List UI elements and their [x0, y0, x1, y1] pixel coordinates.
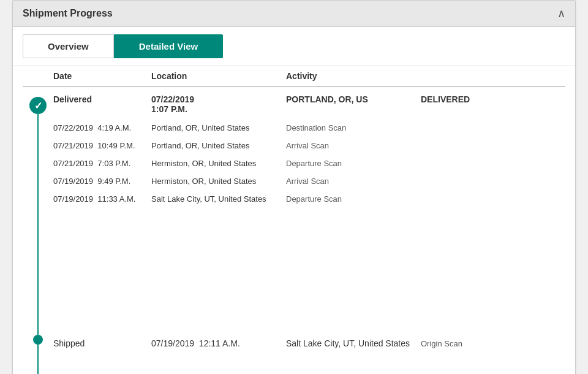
col-header-location: Location: [151, 71, 286, 81]
table-row: 07/21/2019 10:49 P.M. Portland, OR, Unit…: [53, 137, 565, 155]
table-row: 07/21/2019 7:03 P.M. Hermiston, OR, Unit…: [53, 155, 565, 172]
col-header-activity: Activity: [286, 71, 421, 81]
shipped-location: Salt Lake City, UT, United States: [286, 338, 421, 348]
subrow-location: Salt Lake City, UT, United States: [151, 194, 286, 204]
subrow-activity: Departure Scan: [286, 194, 421, 204]
subrow-date: 07/22/2019 4:19 A.M.: [53, 123, 151, 132]
table-row: 07/19/2019 11:33 A.M. Salt Lake City, UT…: [53, 190, 565, 208]
section-delivered: ✓ Delivered 07/22/2019 1:07 P.M. PORTL: [23, 87, 565, 335]
tab-overview[interactable]: Overview: [23, 34, 114, 58]
subrow-activity: Departure Scan: [286, 159, 421, 168]
col-header-date: Date: [53, 71, 151, 81]
panel-header: Shipment Progress ∧: [13, 1, 575, 27]
delivered-checkmark-icon: ✓: [29, 97, 47, 114]
delivered-status: Delivered: [53, 94, 151, 104]
delivered-location: PORTLAND, OR, US: [286, 94, 421, 104]
timeline-icon-delivered: ✓: [23, 87, 53, 335]
shipped-activity: Origin Scan: [421, 339, 565, 348]
shipment-panel: Shipment Progress ∧ Overview Detailed Vi…: [12, 0, 576, 374]
table-row: 07/19/2019 9:49 P.M. Hermiston, OR, Unit…: [53, 172, 565, 190]
delivered-content: Delivered 07/22/2019 1:07 P.M. PORTLAND,…: [53, 87, 565, 335]
shipped-content: Shipped 07/19/2019 12:11 A.M. Salt Lake …: [53, 335, 565, 374]
section-shipped: Shipped 07/19/2019 12:11 A.M. Salt Lake …: [23, 335, 565, 374]
subrow-date: 07/19/2019 9:49 P.M.: [53, 177, 151, 186]
subrow-activity: Destination Scan: [286, 123, 421, 132]
subrow-location: Hermiston, OR, United States: [151, 159, 286, 168]
shipped-dot-icon: [33, 335, 43, 345]
subrow-activity: Arrival Scan: [286, 177, 421, 186]
subrow-date: 07/19/2019 11:33 A.M.: [53, 194, 151, 204]
content-area: Date Location Activity ✓: [13, 66, 575, 374]
delivered-subrows: 07/22/2019 4:19 A.M. Portland, OR, Unite…: [53, 119, 565, 208]
table-row: 07/22/2019 4:19 A.M. Portland, OR, Unite…: [53, 119, 565, 137]
shipped-status: Shipped: [53, 338, 151, 348]
timeline-icon-shipped: [23, 335, 53, 374]
tab-detailed-view[interactable]: Detailed View: [114, 34, 223, 58]
tab-bar: Overview Detailed View: [13, 27, 575, 66]
subrow-date: 07/21/2019 7:03 P.M.: [53, 159, 151, 168]
subrow-activity: Arrival Scan: [286, 141, 421, 150]
subrow-location: Hermiston, OR, United States: [151, 177, 286, 186]
subrow-date: 07/21/2019 10:49 P.M.: [53, 141, 151, 150]
delivered-activity: DELIVERED: [421, 94, 565, 104]
timeline: ✓ Delivered 07/22/2019 1:07 P.M. PORTL: [23, 87, 565, 374]
table-header: Date Location Activity: [23, 66, 565, 87]
subrow-location: Portland, OR, United States: [151, 123, 286, 132]
collapse-icon[interactable]: ∧: [557, 7, 565, 20]
panel-title: Shipment Progress: [23, 8, 113, 19]
delivered-date: 07/22/2019 1:07 P.M.: [151, 94, 286, 114]
subrow-location: Portland, OR, United States: [151, 141, 286, 150]
shipped-date: 07/19/2019 12:11 A.M.: [151, 338, 286, 348]
